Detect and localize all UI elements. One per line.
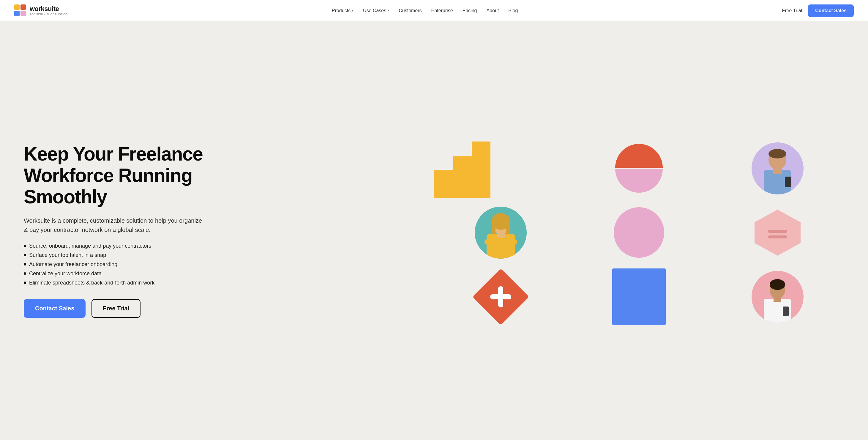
young-man-photo-circle bbox=[751, 271, 804, 323]
red-diamond-icon bbox=[472, 268, 530, 326]
svg-rect-17 bbox=[497, 232, 505, 238]
hero-contact-sales-button[interactable]: Contact Sales bbox=[24, 299, 86, 318]
nav-link-blog[interactable]: Blog bbox=[508, 8, 518, 13]
nav-link-enterprise[interactable]: Enterprise bbox=[431, 8, 453, 13]
bullet-1: Source, onboard, manage and pay your con… bbox=[24, 243, 226, 249]
woman-photo-circle bbox=[475, 207, 527, 259]
nav-item-products[interactable]: Products ▾ bbox=[332, 8, 353, 13]
logo-text: worksuite FORMERLY SHORTLIST.CO bbox=[30, 5, 68, 16]
bullet-dot-icon bbox=[24, 245, 26, 247]
hero-description: Worksuite is a complete, customizable so… bbox=[24, 216, 202, 235]
young-man-silhouette-icon bbox=[756, 277, 798, 323]
pink-hex-icon bbox=[751, 207, 804, 259]
photo-man-phone bbox=[711, 139, 844, 198]
hero-bullets-list: Source, onboard, manage and pay your con… bbox=[24, 243, 226, 286]
photo-woman-yellow bbox=[434, 203, 568, 262]
nav-item-pricing[interactable]: Pricing bbox=[463, 8, 477, 13]
shape-pink-circle bbox=[572, 203, 706, 262]
nav-link-pricing[interactable]: Pricing bbox=[463, 8, 477, 13]
nav-item-enterprise[interactable]: Enterprise bbox=[431, 8, 453, 13]
bullet-2: Surface your top talent in a snap bbox=[24, 252, 226, 258]
nav-link-use-cases[interactable]: Use Cases ▾ bbox=[363, 8, 389, 13]
svg-rect-3 bbox=[21, 11, 26, 16]
hero-content: Keep Your Freelance Workforce Running Sm… bbox=[24, 144, 226, 318]
nav-item-about[interactable]: About bbox=[486, 8, 499, 13]
shape-blue-rectangle bbox=[572, 267, 706, 326]
bullet-text-4: Centralize your workforce data bbox=[29, 270, 102, 277]
nav-item-customers[interactable]: Customers bbox=[399, 8, 422, 13]
red-semicircle-icon bbox=[615, 142, 663, 168]
bullet-dot-icon bbox=[24, 254, 26, 256]
svg-rect-22 bbox=[768, 230, 787, 233]
chevron-down-icon: ▾ bbox=[388, 9, 389, 12]
chevron-down-icon: ▾ bbox=[352, 9, 353, 12]
svg-rect-5 bbox=[453, 156, 472, 198]
svg-rect-30 bbox=[774, 297, 781, 302]
pink-half-circle-icon bbox=[615, 169, 663, 194]
svg-rect-1 bbox=[21, 4, 26, 10]
shape-pink-hexagon bbox=[711, 203, 844, 262]
bullet-text-3: Automate your freelancer onboarding bbox=[29, 261, 117, 268]
logo[interactable]: worksuite FORMERLY SHORTLIST.CO bbox=[14, 4, 68, 17]
svg-rect-23 bbox=[768, 235, 787, 238]
svg-point-20 bbox=[614, 207, 664, 258]
logo-sub-text: FORMERLY SHORTLIST.CO bbox=[30, 13, 68, 16]
svg-point-10 bbox=[769, 149, 786, 158]
svg-rect-19 bbox=[508, 239, 517, 245]
svg-rect-26 bbox=[490, 294, 511, 299]
nav-link-customers[interactable]: Customers bbox=[399, 8, 422, 13]
nav-link-products[interactable]: Products ▾ bbox=[332, 8, 353, 13]
svg-rect-6 bbox=[472, 142, 491, 198]
yellow-stairs-icon bbox=[434, 142, 491, 198]
svg-rect-0 bbox=[14, 4, 20, 10]
hero-free-trial-button[interactable]: Free Trial bbox=[92, 299, 141, 318]
svg-rect-11 bbox=[785, 177, 792, 187]
hero-collage bbox=[434, 139, 844, 323]
nav-link-about[interactable]: About bbox=[486, 8, 499, 13]
pink-circle-icon bbox=[612, 206, 666, 259]
shape-red-diamond bbox=[434, 267, 568, 326]
hero-cta-group: Contact Sales Free Trial bbox=[24, 299, 226, 318]
nav-free-trial-link[interactable]: Free Trial bbox=[782, 8, 802, 13]
logo-icon bbox=[14, 4, 27, 17]
bullet-4: Centralize your workforce data bbox=[24, 270, 226, 277]
blue-rect-shape bbox=[612, 268, 666, 325]
nav-actions: Free Trial Contact Sales bbox=[782, 4, 854, 17]
hero-section: Keep Your Freelance Workforce Running Sm… bbox=[0, 21, 868, 440]
nav-contact-sales-button[interactable]: Contact Sales bbox=[808, 4, 854, 17]
svg-rect-16 bbox=[487, 234, 515, 259]
bullet-dot-icon bbox=[24, 272, 26, 275]
shape-semicircle-group bbox=[572, 139, 706, 198]
nav-menu: Products ▾ Use Cases ▾ Customers Enterpr… bbox=[332, 8, 518, 13]
svg-rect-9 bbox=[773, 168, 782, 174]
man-silhouette-icon bbox=[756, 148, 798, 195]
hero-title: Keep Your Freelance Workforce Running Sm… bbox=[24, 144, 226, 207]
bullet-5: Eliminate spreadsheets & back-and-forth … bbox=[24, 280, 226, 286]
bullet-3: Automate your freelancer onboarding bbox=[24, 261, 226, 268]
bullet-text-1: Source, onboard, manage and pay your con… bbox=[29, 243, 151, 249]
bullet-text-2: Surface your top talent in a snap bbox=[29, 252, 106, 258]
svg-point-28 bbox=[770, 279, 785, 290]
man-photo-circle bbox=[751, 142, 804, 195]
nav-item-use-cases[interactable]: Use Cases ▾ bbox=[363, 8, 389, 13]
bullet-dot-icon bbox=[24, 263, 26, 265]
bullet-dot-icon bbox=[24, 282, 26, 284]
svg-rect-31 bbox=[783, 306, 789, 316]
bullet-text-5: Eliminate spreadsheets & back-and-forth … bbox=[29, 280, 154, 286]
svg-rect-18 bbox=[485, 239, 493, 245]
woman-silhouette-icon bbox=[480, 212, 522, 259]
photo-young-man bbox=[711, 267, 844, 326]
logo-main-text: worksuite bbox=[30, 5, 68, 12]
nav-item-blog[interactable]: Blog bbox=[508, 8, 518, 13]
shape-yellow-stairs bbox=[434, 139, 568, 198]
svg-rect-4 bbox=[434, 170, 453, 198]
navbar: worksuite FORMERLY SHORTLIST.CO Products… bbox=[0, 0, 868, 21]
svg-rect-2 bbox=[14, 11, 20, 16]
